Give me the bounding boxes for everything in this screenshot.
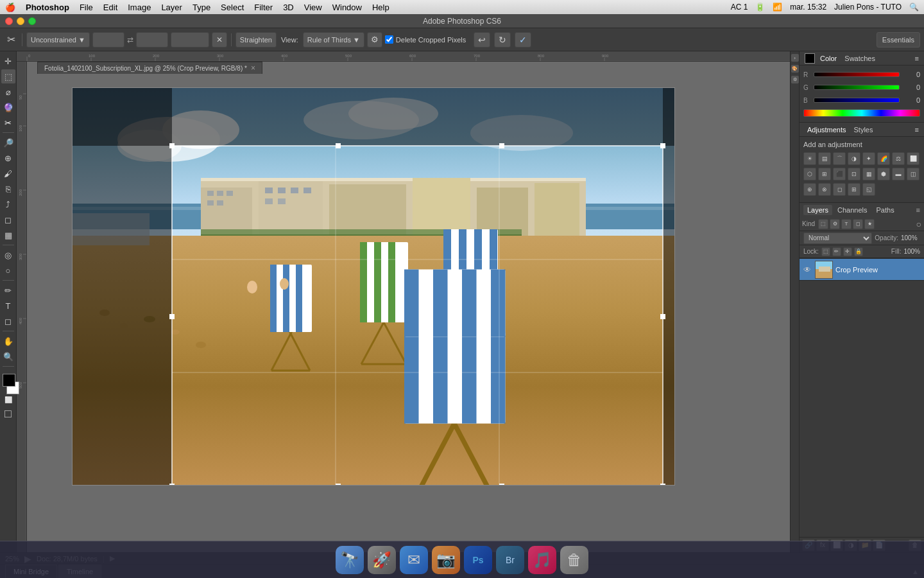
filter-shape-icon[interactable]: ◻ bbox=[853, 219, 863, 229]
gradmap-adj-icon[interactable]: ▬ bbox=[892, 168, 905, 180]
photofilter-adj-icon[interactable]: ⬡ bbox=[803, 168, 816, 180]
ps-menu-layer[interactable]: Layer bbox=[161, 3, 182, 12]
zoom-tool[interactable]: 🔍 bbox=[1, 349, 15, 363]
filter-adjustment-icon[interactable]: ⚙ bbox=[830, 219, 840, 229]
marquee-tool[interactable]: ⬚ bbox=[1, 69, 15, 83]
ps-menu-edit[interactable]: Edit bbox=[103, 3, 117, 12]
adj-icon-11[interactable]: ◻ bbox=[833, 183, 846, 196]
dock-bridge-icon[interactable]: Br bbox=[496, 546, 524, 574]
paths-tab[interactable]: Paths bbox=[873, 205, 898, 215]
hsl-adj-icon[interactable]: 🌈 bbox=[877, 152, 890, 165]
clone-tool[interactable]: ⎘ bbox=[1, 182, 15, 196]
color-tab[interactable]: Color bbox=[817, 53, 839, 64]
text-tool[interactable]: T bbox=[1, 299, 15, 313]
ps-menu-photoshop[interactable]: Photoshop bbox=[26, 3, 69, 12]
lock-position-icon[interactable]: ✛ bbox=[843, 247, 852, 256]
eyedropper-tool[interactable]: 🔎 bbox=[1, 136, 15, 150]
ps-menu-select[interactable]: Select bbox=[221, 3, 244, 12]
red-slider[interactable] bbox=[814, 72, 900, 77]
ps-menu-file[interactable]: File bbox=[80, 3, 93, 12]
vibrance-adj-icon[interactable]: ✦ bbox=[862, 152, 875, 165]
layer-visibility-icon[interactable]: 👁 bbox=[802, 265, 812, 275]
threshold-adj-icon[interactable]: ⬢ bbox=[877, 168, 890, 180]
history-tool[interactable]: ⤴ bbox=[1, 197, 15, 211]
dock-photoshop-icon[interactable]: Ps bbox=[464, 546, 492, 574]
layer-item[interactable]: 👁 Crop Preview bbox=[800, 259, 924, 281]
layers-tab[interactable]: Layers bbox=[803, 205, 832, 215]
swatches-tab[interactable]: Swatches bbox=[842, 53, 878, 64]
brightness-adj-icon[interactable]: ☀ bbox=[803, 152, 816, 165]
filter-type-icon[interactable]: T bbox=[841, 219, 851, 229]
filter-toggle[interactable]: ○ bbox=[916, 219, 921, 229]
ps-menu-help[interactable]: Help bbox=[372, 3, 389, 12]
foreground-color[interactable] bbox=[3, 374, 15, 387]
adj-icon-10[interactable]: ⊗ bbox=[818, 183, 831, 196]
delete-cropped-checkbox[interactable] bbox=[385, 35, 393, 44]
shape-tool[interactable]: ◻ bbox=[1, 314, 15, 328]
green-slider[interactable] bbox=[814, 85, 900, 90]
document-close-button[interactable]: × bbox=[251, 64, 255, 73]
layers-panel-menu[interactable]: ≡ bbox=[916, 206, 920, 214]
adj-icon-13[interactable]: ◱ bbox=[862, 183, 875, 196]
fullscreen-button[interactable] bbox=[28, 17, 36, 25]
screen-mode-button[interactable]: □ bbox=[4, 407, 12, 421]
blend-mode-select[interactable]: Normal bbox=[803, 232, 872, 244]
redo-button[interactable]: ↻ bbox=[494, 32, 511, 48]
resolution-input[interactable] bbox=[171, 32, 209, 48]
eraser-tool[interactable]: ◻ bbox=[1, 213, 15, 227]
gradient-tool[interactable]: ▦ bbox=[1, 228, 15, 242]
dock-mail-icon[interactable]: ✉ bbox=[400, 546, 428, 574]
healing-tool[interactable]: ⊕ bbox=[1, 151, 15, 165]
channelmixer-adj-icon[interactable]: ⊞ bbox=[818, 168, 831, 180]
delete-cropped-option[interactable]: Delete Cropped Pixels bbox=[385, 35, 466, 44]
lasso-tool[interactable]: ⌀ bbox=[1, 85, 15, 99]
view-dropdown[interactable]: Rule of Thirds ▼ bbox=[303, 32, 364, 48]
canvas-viewport[interactable]: Fotolia_1402100_Subscription_XL.jpg @ 25… bbox=[27, 62, 790, 552]
swap-icon[interactable]: ⇄ bbox=[127, 35, 133, 44]
width-input[interactable] bbox=[92, 32, 124, 48]
dock-itunes-icon[interactable]: 🎵 bbox=[528, 546, 556, 574]
invert-adj-icon[interactable]: ⊡ bbox=[848, 168, 860, 180]
levels-adj-icon[interactable]: ▤ bbox=[818, 152, 831, 165]
collapse-arrow[interactable]: › bbox=[791, 54, 799, 62]
settings-icon[interactable]: ⚙ bbox=[367, 32, 382, 48]
pen-tool[interactable]: ✏ bbox=[1, 283, 15, 297]
quick-mask-icon[interactable]: ⬜ bbox=[4, 396, 12, 403]
curves-adj-icon[interactable]: ⌒ bbox=[833, 152, 846, 165]
adj-icon-12[interactable]: ⊞ bbox=[848, 183, 860, 196]
move-tool[interactable]: ✛ bbox=[1, 54, 15, 68]
filter-smart-icon[interactable]: ★ bbox=[864, 219, 875, 229]
adj-icon-9[interactable]: ⊕ bbox=[803, 183, 816, 196]
height-input[interactable] bbox=[136, 32, 168, 48]
lock-image-icon[interactable]: ✏ bbox=[832, 247, 841, 256]
colorbalance-adj-icon[interactable]: ⚖ bbox=[892, 152, 905, 165]
colormatch-adj-icon[interactable]: ⬛ bbox=[833, 168, 846, 180]
selectcolor-adj-icon[interactable]: ◫ bbox=[907, 168, 920, 180]
clear-button[interactable]: ✕ bbox=[212, 32, 227, 48]
bw-adj-icon[interactable]: ⬜ bbox=[907, 152, 920, 165]
minimize-button[interactable] bbox=[17, 17, 24, 25]
lock-transparent-icon[interactable]: ⬚ bbox=[821, 247, 830, 256]
crop-tool-icon[interactable]: ✂ bbox=[4, 33, 18, 47]
spectrum-bar[interactable] bbox=[803, 109, 920, 117]
unconstrained-dropdown[interactable]: Unconstrained ▼ bbox=[26, 32, 90, 48]
dock-launchpad-icon[interactable]: 🚀 bbox=[368, 546, 396, 574]
ps-menu-image[interactable]: Image bbox=[128, 3, 151, 12]
quick-select-tool[interactable]: 🔮 bbox=[1, 100, 15, 114]
channels-tab[interactable]: Channels bbox=[834, 205, 871, 215]
dock-trash-icon[interactable]: 🗑 bbox=[560, 546, 588, 574]
dodge-tool[interactable]: ○ bbox=[1, 263, 15, 277]
exposure-adj-icon[interactable]: ◑ bbox=[848, 152, 860, 165]
crop-tool[interactable]: ✂ bbox=[1, 116, 15, 130]
ps-menu-type[interactable]: Type bbox=[193, 3, 210, 12]
straighten-button[interactable]: Straighten bbox=[235, 32, 277, 48]
ps-menu-filter[interactable]: Filter bbox=[254, 3, 273, 12]
essentials-button[interactable]: Essentials bbox=[877, 32, 920, 48]
dock-iphoto-icon[interactable]: 📷 bbox=[432, 546, 460, 574]
styles-tab[interactable]: Styles bbox=[851, 125, 876, 135]
apple-menu[interactable]: 🍎 bbox=[5, 3, 15, 12]
close-button[interactable] bbox=[5, 17, 13, 25]
commit-crop-button[interactable]: ✓ bbox=[515, 32, 531, 48]
ps-menu-view[interactable]: View bbox=[304, 3, 322, 12]
blur-tool[interactable]: ◎ bbox=[1, 248, 15, 262]
